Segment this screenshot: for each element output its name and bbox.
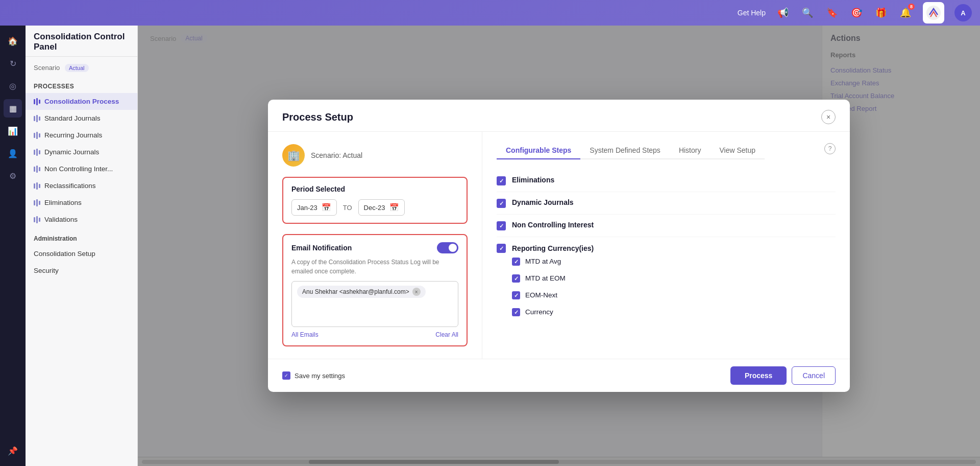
get-help-link[interactable]: Get Help (738, 9, 766, 17)
step-dynamic-journals-label: Dynamic Journals (512, 198, 574, 206)
sidebar-item-security[interactable]: Security (26, 262, 137, 279)
step-dynamic-journals: Dynamic Journals (497, 192, 836, 215)
email-input-area[interactable]: Anu Shekhar <ashekhar@planful.com> × (291, 281, 458, 327)
sidebar-item-label: Non Controlling Inter... (44, 165, 113, 173)
clear-all-link[interactable]: Clear All (435, 331, 458, 338)
sidebar-item-recurring-journals[interactable]: Recurring Journals (26, 127, 137, 144)
sidebar-item-standard-journals[interactable]: Standard Journals (26, 110, 137, 127)
cancel-button[interactable]: Cancel (792, 366, 836, 385)
tab-view-setup[interactable]: View Setup (710, 142, 765, 159)
pin-icon[interactable]: 📌 (4, 441, 22, 460)
step-eliminations-label: Eliminations (512, 176, 554, 184)
settings-icon[interactable]: ⚙ (4, 167, 22, 185)
consolidation-process-bar-icon (34, 98, 40, 105)
announcement-icon[interactable]: 📢 (776, 6, 790, 20)
save-settings-option[interactable]: Save my settings (282, 371, 345, 380)
search-icon[interactable]: 🔍 (800, 6, 815, 20)
nav-sidebar: Consolidation Control Panel Scenario Act… (26, 26, 138, 466)
validations-bar-icon (34, 216, 40, 223)
home-icon[interactable]: 🏠 (4, 32, 22, 50)
step-non-controlling-label: Non Controlling Interest (512, 221, 594, 229)
email-notification-label: Email Notification (291, 244, 352, 252)
save-settings-checkbox[interactable] (282, 371, 290, 380)
period-to-input[interactable]: Dec-23 📅 (358, 199, 405, 216)
target-sidebar-icon[interactable]: ◎ (4, 77, 22, 95)
period-from-input[interactable]: Jan-23 📅 (291, 199, 337, 216)
sidebar-item-label: Eliminations (44, 199, 82, 206)
refresh-icon[interactable]: ↻ (4, 54, 22, 73)
icon-sidebar: 🏠 ↻ ◎ ▦ 📊 👤 ⚙ 📌 (0, 26, 26, 466)
bookmark-icon[interactable]: 🔖 (825, 6, 839, 20)
step-eliminations-checkbox[interactable] (497, 176, 506, 185)
period-to-label: TO (343, 204, 352, 212)
sub-item-currency-label: Currency (525, 308, 553, 316)
email-tag-item: Anu Shekhar <ashekhar@planful.com> × (297, 286, 426, 298)
sidebar-item-dynamic-journals[interactable]: Dynamic Journals (26, 144, 137, 160)
step-reporting-currencies-checkbox[interactable] (497, 244, 506, 253)
gift-icon[interactable]: 🎁 (874, 6, 888, 20)
sidebar-item-eliminations[interactable]: Eliminations (26, 194, 137, 211)
tab-configurable-steps[interactable]: Configurable Steps (497, 142, 580, 159)
processes-section-label: Processes (26, 76, 137, 93)
email-header-row: Email Notification (291, 242, 458, 253)
main-layout: 🏠 ↻ ◎ ▦ 📊 👤 ⚙ 📌 Consolidation Control Pa… (0, 26, 980, 466)
step-non-controlling-checkbox[interactable] (497, 221, 506, 230)
tab-history[interactable]: History (670, 142, 710, 159)
app-logo (923, 2, 944, 24)
help-icon[interactable]: ? (824, 143, 836, 154)
sidebar-item-non-controlling[interactable]: Non Controlling Inter... (26, 160, 137, 177)
sub-item-eom-next-label: EOM-Next (525, 291, 557, 299)
sidebar-item-consolidation-process[interactable]: Consolidation Process (26, 93, 137, 110)
person-icon[interactable]: 👤 (4, 144, 22, 162)
modal-left-panel: 🏢 Scenario: Actual Period Selected Jan-2… (268, 132, 482, 359)
period-row: Jan-23 📅 TO Dec-23 📅 (291, 199, 458, 216)
modal-footer: Save my settings Process Cancel (268, 359, 850, 392)
tab-system-defined-steps[interactable]: System Defined Steps (580, 142, 670, 159)
grid-icon[interactable]: ▦ (4, 99, 22, 118)
administration-section-label: Administration (26, 228, 137, 245)
chart-icon[interactable]: 📊 (4, 122, 22, 140)
sub-item-currency-checkbox[interactable] (512, 308, 520, 316)
step-dynamic-journals-checkbox[interactable] (497, 199, 506, 208)
sub-item-mtd-avg: MTD at Avg (512, 253, 566, 270)
sub-item-mtd-avg-checkbox[interactable] (512, 258, 520, 266)
all-emails-link[interactable]: All Emails (291, 331, 318, 338)
footer-buttons: Process Cancel (730, 366, 836, 385)
sidebar-item-label: Consolidation Process (44, 98, 119, 105)
sidebar-item-consolidation-setup[interactable]: Consolidation Setup (26, 245, 137, 262)
step-reporting-currencies-label: Reporting Currency(ies) (512, 244, 594, 252)
dynamic-journals-bar-icon (34, 149, 40, 156)
sub-item-currency: Currency (512, 304, 566, 320)
recurring-journals-bar-icon (34, 132, 40, 139)
process-button[interactable]: Process (730, 366, 787, 385)
eliminations-bar-icon (34, 199, 40, 206)
step-non-controlling-interest: Non Controlling Interest (497, 215, 836, 237)
target-icon[interactable]: 🎯 (849, 6, 864, 20)
reporting-currencies-sub-items: MTD at Avg MTD at EOM EOM-Next (512, 253, 566, 320)
sidebar-item-validations[interactable]: Validations (26, 211, 137, 228)
sidebar-item-reclassifications[interactable]: Reclassifications (26, 177, 137, 194)
step-eliminations: Eliminations (497, 170, 836, 192)
sub-item-mtd-avg-label: MTD at Avg (525, 258, 561, 265)
modal-header: Process Setup × (268, 100, 850, 132)
configurable-steps-list: Eliminations Dynamic Journals Non Contro… (497, 170, 836, 327)
scenario-icon: 🏢 (282, 144, 305, 167)
email-toggle[interactable] (437, 242, 458, 253)
user-avatar[interactable]: A (954, 4, 972, 21)
modal-close-button[interactable]: × (821, 110, 836, 124)
modal-scenario-info: 🏢 Scenario: Actual (282, 144, 468, 167)
content-area: Scenario Actual Actions Reports Consolid… (138, 26, 980, 466)
email-tag-text: Anu Shekhar <ashekhar@planful.com> (302, 288, 409, 295)
period-selected-box: Period Selected Jan-23 📅 TO Dec-23 📅 (282, 177, 468, 224)
period-selected-label: Period Selected (291, 185, 458, 193)
calendar-from-icon[interactable]: 📅 (322, 203, 331, 212)
top-navigation: Get Help 📢 🔍 🔖 🎯 🎁 🔔 8 A (0, 0, 980, 26)
sub-item-eom-next-checkbox[interactable] (512, 291, 520, 299)
period-to-value: Dec-23 (364, 204, 385, 212)
notification-icon[interactable]: 🔔 8 (898, 6, 913, 20)
email-tag-remove-button[interactable]: × (412, 288, 421, 296)
calendar-to-icon[interactable]: 📅 (389, 203, 399, 212)
scenario-bar: Scenario Actual (26, 57, 137, 76)
non-controlling-bar-icon (34, 166, 40, 173)
sub-item-mtd-eom-checkbox[interactable] (512, 274, 520, 283)
